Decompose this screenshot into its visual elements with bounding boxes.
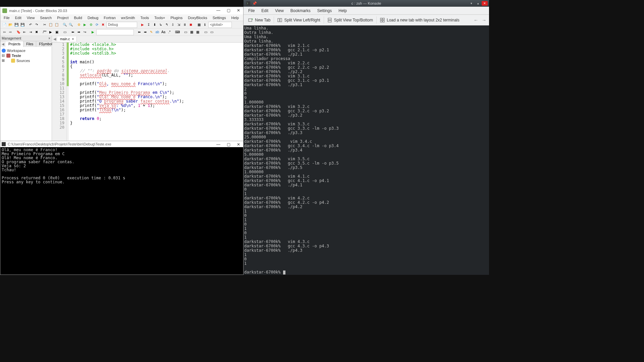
split-top-bottom-button[interactable]: Split View Top/Bottom <box>324 16 377 24</box>
clear-bookmarks-icon[interactable]: ✖ <box>34 29 39 35</box>
cb-menu-view[interactable]: View <box>24 15 38 20</box>
next-tab-button[interactable]: → <box>480 16 488 24</box>
doxy-run-icon[interactable]: ▶ <box>48 29 53 35</box>
tab-projects[interactable]: Projects <box>6 41 23 47</box>
konsole-minimize-button[interactable]: ▾ <box>468 1 474 6</box>
konsole-menu-help[interactable]: Help <box>335 7 350 14</box>
cb-menu-search[interactable]: Search <box>37 15 54 20</box>
cb-menu-settings[interactable]: Settings <box>210 15 229 20</box>
step-into-instr-icon[interactable]: ⇲ <box>176 22 181 27</box>
toggle-case-icon[interactable]: Aa <box>161 29 166 35</box>
build-icon[interactable]: ⚙ <box>76 22 82 27</box>
panel1-icon[interactable]: ▭ <box>183 29 188 35</box>
highlight-icon[interactable]: ✎ <box>149 29 154 35</box>
save-icon[interactable]: 💾 <box>14 22 19 27</box>
konsole-titlebar[interactable]: 📌 c : zsh — Konsole ▾ ▴ ✕ <box>244 0 489 7</box>
cb-menu-fortran[interactable]: Fortran <box>101 15 118 20</box>
cb-menu-help[interactable]: Help <box>228 15 241 20</box>
scope-combo[interactable]: <global> <box>208 22 232 28</box>
konsole-menu-view[interactable]: View <box>272 7 287 14</box>
console-maximize-button[interactable]: ▢ <box>225 142 232 147</box>
cb-menu-tools[interactable]: Tools <box>138 15 152 20</box>
terminal-output[interactable]: Uma linha. Outra linha. Uma linha. Outra… <box>244 25 489 275</box>
konsole-maximize-button[interactable]: ▴ <box>475 1 481 6</box>
prev-tab-button[interactable]: ← <box>472 16 480 24</box>
paste-icon[interactable]: 📋 <box>54 22 59 27</box>
konsole-menu-file[interactable]: File <box>245 7 258 14</box>
cb-menu-wxsmith[interactable]: wxSmith <box>118 15 138 20</box>
replace-icon[interactable]: 🔍 <box>68 22 73 27</box>
filetab-scroll-left-icon[interactable]: ◀ <box>52 37 57 41</box>
cb-menu-file[interactable]: File <box>1 15 12 20</box>
cb-menu-debug[interactable]: Debug <box>85 15 101 20</box>
jump-back-icon[interactable]: ⬅ <box>70 29 75 35</box>
konsole-close-button[interactable]: ✕ <box>482 1 488 6</box>
tree-sources[interactable]: Sources <box>16 59 30 63</box>
prev-icon[interactable]: ⬅ <box>137 29 142 35</box>
tree-project[interactable]: Teste <box>12 54 21 58</box>
maximize-button[interactable]: ▢ <box>225 8 232 13</box>
forward-icon[interactable]: ⇨ <box>8 29 13 35</box>
back-icon[interactable]: ⇦ <box>2 29 7 35</box>
doxy-html-icon[interactable]: ▣ <box>54 29 59 35</box>
info-icon[interactable]: ℹ <box>202 22 208 27</box>
tab-files[interactable]: Files <box>23 41 36 47</box>
next-icon[interactable]: ➡ <box>143 29 148 35</box>
cb-menu-plugins[interactable]: Plugins <box>168 15 185 20</box>
doxy-comment-icon[interactable]: /** <box>42 29 47 35</box>
next-bookmark-icon[interactable]: ⇥ <box>28 29 33 35</box>
debug-continue-icon[interactable]: ▶ <box>140 22 145 27</box>
panel3-icon[interactable]: ▦ <box>195 29 200 35</box>
build-run-icon[interactable]: ⚙ <box>88 22 94 27</box>
prev-bookmark-icon[interactable]: ⇤ <box>22 29 27 35</box>
copy-icon[interactable]: 📋 <box>48 22 53 27</box>
find-icon[interactable]: 🔍 <box>62 22 67 27</box>
run-icon[interactable]: ▶ <box>82 22 88 27</box>
run-to-cursor-icon[interactable]: ↧ <box>146 22 151 27</box>
new-file-icon[interactable]: 📄 <box>2 22 7 27</box>
source-text[interactable]: #include <locale.h>#include <stdio.h>#in… <box>69 43 243 142</box>
next-instr-icon[interactable]: ⇩ <box>170 22 175 27</box>
tab-scroll-left-icon[interactable]: ◀ <box>0 41 6 47</box>
rebuild-icon[interactable]: ⟳ <box>94 22 100 27</box>
cb-menu-doxyblocks[interactable]: DoxyBlocks <box>185 15 210 20</box>
cb-menu-tools+[interactable]: Tools+ <box>152 15 168 20</box>
project-tree[interactable]: Workspace ⊟Teste ⊞Sources <box>0 47 52 64</box>
save-all-icon[interactable]: 💾 <box>20 22 25 27</box>
cb-menu-project[interactable]: Project <box>54 15 71 20</box>
undo-icon[interactable]: ↶ <box>28 22 33 27</box>
panel2-icon[interactable]: ▦ <box>189 29 194 35</box>
bookmark-icon[interactable]: 🔖 <box>16 29 21 35</box>
console-minimize-button[interactable]: — <box>215 142 222 147</box>
step-into-icon[interactable]: ↳ <box>158 22 163 27</box>
toggle-text-icon[interactable]: ab <box>155 29 160 35</box>
step-out-icon[interactable]: ↰ <box>164 22 169 27</box>
close-button[interactable]: ✕ <box>235 8 242 13</box>
console-close-button[interactable]: ✕ <box>235 142 242 147</box>
panel5-icon[interactable]: ▭ <box>209 29 214 35</box>
new-tab-button[interactable]: New Tab <box>245 16 274 24</box>
open-file-icon[interactable]: 📂 <box>8 22 13 27</box>
abort-icon[interactable]: ✖ <box>100 22 106 27</box>
cb-menu-build[interactable]: Build <box>71 15 85 20</box>
management-close-icon[interactable]: × <box>48 37 50 40</box>
debugging-windows-icon[interactable]: ▦ <box>196 22 202 27</box>
run-search-icon[interactable]: ▶ <box>90 29 96 35</box>
konsole-menu-edit[interactable]: Edit <box>258 7 272 14</box>
cut-icon[interactable]: ✂ <box>42 22 47 27</box>
select-icon[interactable]: ▭ <box>62 29 67 35</box>
next-line-icon[interactable]: ⬇ <box>152 22 157 27</box>
break-debug-icon[interactable]: ⏸ <box>182 22 187 27</box>
last-jump-icon[interactable]: ↪ <box>82 29 88 35</box>
search-combo[interactable] <box>96 29 134 35</box>
file-tab-close-icon[interactable]: × <box>72 37 74 41</box>
cb-menu-edit[interactable]: Edit <box>12 15 24 20</box>
split-left-right-button[interactable]: Split View Left/Right <box>274 16 324 24</box>
redo-icon[interactable]: ↷ <box>34 22 39 27</box>
load-layout-button[interactable]: Load a new tab with layout 2x2 terminals <box>377 16 463 24</box>
panel4-icon[interactable]: ▭ <box>203 29 208 35</box>
pin-icon[interactable]: 📌 <box>252 1 257 6</box>
abbrev-icon[interactable]: ⌨ <box>175 29 180 35</box>
regex-icon[interactable]: .* <box>167 29 172 35</box>
console-titlebar[interactable]: C:\Users\Franco\Desktop\cb\Projeto\Teste… <box>0 141 243 147</box>
